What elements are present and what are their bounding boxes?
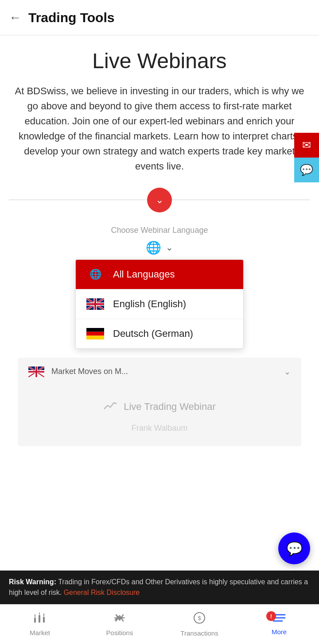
nav-item-market[interactable]: Market xyxy=(0,612,80,636)
german-flag-icon xyxy=(86,328,104,339)
webinar-card: Market Moves on M... ⌄ Live Trading Webi… xyxy=(18,358,301,446)
header: ← Trading Tools xyxy=(0,0,319,35)
float-buttons: ✉ 💬 xyxy=(294,133,319,182)
live-trading-row: Live Trading Webinar xyxy=(103,399,216,415)
nav-more-label: More xyxy=(272,628,287,636)
webinar-card-title: Market Moves on M... xyxy=(51,367,277,376)
svg-rect-1 xyxy=(86,328,104,332)
divider-section: ⌄ xyxy=(9,188,310,212)
page-title: Trading Tools xyxy=(28,10,114,25)
live-webinars-title: Live Webinars xyxy=(9,49,310,73)
risk-warning-bar: Risk Warning: Trading in Forex/CFDs and … xyxy=(0,571,319,604)
svg-text:$: $ xyxy=(198,615,201,621)
risk-disclosure-link[interactable]: General Risk Disclosure xyxy=(64,589,140,596)
risk-warning-bold: Risk Warning: xyxy=(9,578,56,586)
language-selector[interactable]: 🌐 ⌄ xyxy=(146,240,173,255)
divider-left xyxy=(9,200,147,200)
webinar-chevron-icon: ⌄ xyxy=(284,367,291,377)
chevron-down-icon: ⌄ xyxy=(156,195,163,205)
dropdown-menu: 🌐 All Languages English (English) Deutsc… xyxy=(75,259,244,349)
language-dropdown: 🌐 All Languages English (English) Deutsc… xyxy=(0,259,319,349)
language-section: Choose Webinar Language 🌐 ⌄ xyxy=(0,226,319,255)
dropdown-item-german[interactable]: Deutsch (German) xyxy=(76,319,243,348)
email-float-button[interactable]: ✉ xyxy=(294,133,319,158)
dropdown-item-english[interactable]: English (English) xyxy=(76,289,243,319)
dropdown-item-german-label: Deutsch (German) xyxy=(113,328,193,339)
nav-market-label: Market xyxy=(30,629,50,636)
nav-item-transactions[interactable]: $ Transactions xyxy=(160,612,239,637)
email-icon: ✉ xyxy=(302,139,311,151)
main-content: Live Webinars At BDSwiss, we believe in … xyxy=(0,35,319,174)
dropdown-item-all[interactable]: 🌐 All Languages xyxy=(76,260,243,289)
nav-positions-label: Positions xyxy=(106,629,133,636)
chevron-down-icon: ⌄ xyxy=(166,242,173,253)
language-label: Choose Webinar Language xyxy=(111,226,208,235)
chat-fab-button[interactable]: 💬 xyxy=(278,532,310,564)
chat-fab-icon: 💬 xyxy=(286,541,303,556)
nav-item-more[interactable]: ! More xyxy=(239,613,319,636)
nav-transactions-label: Transactions xyxy=(180,629,218,637)
webinar-card-header[interactable]: Market Moves on M... ⌄ xyxy=(18,358,301,386)
uk-flag-icon xyxy=(86,298,104,310)
chart-icon xyxy=(103,399,117,415)
speech-bubble-icon: 💬 xyxy=(300,164,313,176)
back-button[interactable]: ← xyxy=(9,12,21,24)
positions-icon xyxy=(113,612,126,626)
chat-float-button[interactable]: 💬 xyxy=(294,158,319,182)
globe-icon: 🌐 xyxy=(146,240,161,255)
collapse-button[interactable]: ⌄ xyxy=(147,188,172,212)
bottom-nav: Market Positions $ Transactions xyxy=(0,604,319,644)
svg-rect-3 xyxy=(86,335,104,339)
live-trading-label: Live Trading Webinar xyxy=(124,401,216,413)
dropdown-item-english-label: English (English) xyxy=(113,298,186,310)
nav-item-positions[interactable]: Positions xyxy=(80,612,160,636)
page-description: At BDSwiss, we believe in investing in o… xyxy=(9,84,310,174)
globe-icon: 🌐 xyxy=(86,269,104,280)
webinar-person: Frank Walbaum xyxy=(132,424,187,433)
transactions-icon: $ xyxy=(193,612,206,627)
webinar-flag-icon xyxy=(28,366,44,377)
more-badge: ! xyxy=(266,611,276,621)
svg-rect-2 xyxy=(86,332,104,335)
divider-right xyxy=(172,200,310,200)
webinar-card-body: Live Trading Webinar Frank Walbaum xyxy=(18,386,301,446)
market-icon xyxy=(33,612,47,626)
dropdown-item-all-label: All Languages xyxy=(113,269,175,280)
